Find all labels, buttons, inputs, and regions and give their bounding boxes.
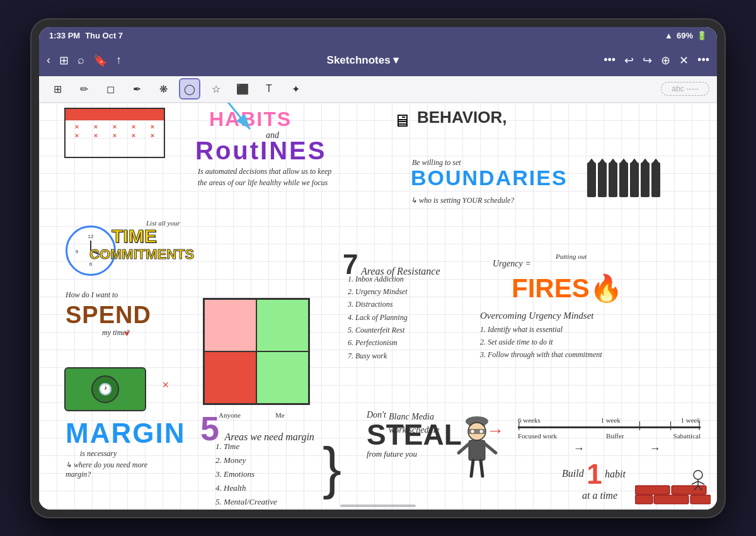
- overcoming-item-1: 1. Identify what is essential: [480, 323, 602, 336]
- svg-line-18: [481, 460, 483, 476]
- timeline-area: 6 weeks 1 week 1 week | | | | Focused wo…: [518, 416, 701, 455]
- status-left: 1:33 PM Thu Oct 7: [49, 31, 123, 40]
- svg-rect-14: [469, 440, 485, 460]
- svg-line-1: [215, 103, 250, 129]
- grid-view-button[interactable]: ⊞: [59, 54, 69, 67]
- area-item-1: 1. Inbox Addiction: [348, 273, 408, 285]
- auto-label: abc -----: [661, 82, 709, 96]
- buffer-arrow: →: [639, 442, 670, 455]
- money-circle: 🕐: [91, 375, 119, 403]
- content-area: ××××× ××××× HABITS and RoutINES Is autom…: [39, 103, 717, 510]
- marker-tool-button[interactable]: ✒: [126, 78, 147, 100]
- fence-illustration: [587, 163, 660, 197]
- matrix-grid: [203, 298, 310, 405]
- margin-item-4: 4. Health: [215, 481, 277, 495]
- share-button[interactable]: ↑: [116, 54, 122, 67]
- timeline-label-2: 1 week: [600, 416, 620, 424]
- habit-rest-text: habit: [605, 469, 626, 479]
- dropdown-chevron[interactable]: ▾: [393, 54, 399, 67]
- add-page-button[interactable]: ⊕: [661, 54, 670, 67]
- overcoming-item-3: 3. Follow through with that commitment: [480, 348, 602, 361]
- svg-point-12: [471, 430, 474, 433]
- calendar-widget: ××××× ×××××: [64, 108, 165, 158]
- area-item-2: 2. Urgency Mindset: [348, 285, 408, 298]
- color-tool-button[interactable]: ❋: [152, 78, 174, 100]
- spend-title: SPEND: [66, 302, 151, 329]
- timeline-arrows: → →: [518, 442, 701, 455]
- at-a-time-text: at a time: [582, 490, 626, 501]
- nav-left: ‹ ⊞ ⌕ 🔖 ↑: [47, 54, 122, 67]
- commitments-title: COMMITMENTS: [89, 246, 194, 263]
- search-button[interactable]: ⌕: [77, 54, 84, 67]
- area-item-6: 6. Perfectionism: [348, 336, 408, 349]
- svg-rect-22: [654, 495, 689, 504]
- overcoming-list: 1. Identify what is essential 2. Set asi…: [480, 323, 602, 362]
- close-button[interactable]: ✕: [679, 54, 689, 67]
- focused-arrow: →: [518, 442, 639, 455]
- margin-item-5: 5. Mental/Creative: [215, 495, 277, 509]
- status-bar: 1:33 PM Thu Oct 7 ▲ 69% 🔋: [39, 27, 717, 45]
- svg-rect-11: [468, 429, 486, 434]
- area-item-3: 3. Distractions: [348, 298, 408, 311]
- svg-line-27: [698, 481, 704, 484]
- overcoming-title: Overcoming Urgency Mindset: [480, 311, 594, 321]
- redo-button[interactable]: ↪: [643, 54, 652, 67]
- areas-list: 1. Inbox Addiction 2. Urgency Mindset 3.…: [348, 273, 408, 363]
- text-tool-button[interactable]: T: [258, 78, 280, 100]
- document-title: Sketchnotes: [327, 54, 391, 67]
- star-tool-button[interactable]: ☆: [205, 78, 227, 100]
- ipad-screen: 1:33 PM Thu Oct 7 ▲ 69% 🔋 ‹ ⊞ ⌕ 🔖 ↑ Sket…: [39, 27, 717, 510]
- nav-center: Sketchnotes ▾: [327, 54, 399, 67]
- urgency-text: Urgency =: [493, 259, 531, 269]
- routines-title: RoutINES: [195, 137, 326, 165]
- stylus-tool-button[interactable]: ✦: [285, 78, 306, 100]
- blanc-schedule-text: Blanc Media work schedule: [389, 410, 439, 436]
- back-button[interactable]: ‹: [47, 54, 50, 67]
- matrix-cell-br: [256, 351, 309, 404]
- how-do-text: How do I want to: [66, 290, 118, 300]
- svg-rect-21: [635, 495, 653, 504]
- bookmark-button[interactable]: 🔖: [93, 54, 107, 67]
- buffer-label: Buffer: [606, 432, 624, 440]
- svg-rect-20: [672, 486, 706, 494]
- svg-text:9: 9: [76, 249, 79, 254]
- time-display: 1:33 PM: [49, 31, 80, 40]
- date-display: Thu Oct 7: [85, 31, 123, 40]
- matrix-cell-tl: [204, 299, 256, 351]
- density-icon: 🖥: [393, 110, 411, 131]
- fires-title: FIRES🔥: [512, 273, 622, 304]
- photo-tool-button[interactable]: ⬛: [232, 78, 253, 100]
- svg-line-16: [485, 444, 496, 453]
- who-setting-text: ↳ who is setting YOUR schedule?: [411, 196, 514, 205]
- margin-subtitle: is necessary: [80, 449, 117, 459]
- home-indicator: [340, 505, 416, 507]
- brace-symbol: }: [323, 440, 341, 496]
- money-illustration: 🕐: [64, 367, 146, 411]
- nav-bar: ‹ ⊞ ⌕ 🔖 ↑ Sketchnotes ▾ ••• ↩ ↪ ⊕ ✕ •••: [39, 45, 717, 76]
- area-item-4: 4. Lack of Planning: [348, 311, 408, 324]
- pencil-tool-button[interactable]: ✏: [73, 78, 94, 100]
- status-right: ▲ 69% 🔋: [665, 31, 707, 40]
- margin-title: MARGIN: [66, 418, 185, 449]
- timeline-label-3: 1 week: [681, 416, 701, 424]
- behavior-title: BEHAVIOR,: [417, 108, 507, 127]
- svg-line-15: [459, 444, 469, 453]
- build-text: Build: [562, 468, 584, 479]
- area-item-5: 5. Counterfeit Rest: [348, 324, 408, 336]
- putting-out-text: Putting out: [556, 253, 587, 260]
- eraser-tool-button[interactable]: ◻: [100, 78, 121, 100]
- svg-line-17: [471, 460, 473, 476]
- where-margin-text: ↳ where do you need more margin?: [66, 460, 166, 479]
- five-list: 1. Time 2. Money 3. Emotions 4. Health 5…: [215, 440, 277, 509]
- lasso-tool-button[interactable]: ◯: [179, 78, 200, 100]
- image-tool-button[interactable]: ⊞: [47, 78, 68, 100]
- blue-arrow-annotation: [203, 103, 278, 134]
- routines-description: Is automated decisions that allow us to …: [198, 166, 336, 188]
- ipad-frame: 1:33 PM Thu Oct 7 ▲ 69% 🔋 ‹ ⊞ ⌕ 🔖 ↑ Sket…: [32, 20, 724, 517]
- overflow-menu-button[interactable]: •••: [697, 54, 709, 67]
- margin-item-1: 1. Time: [215, 440, 277, 453]
- margin-item-2: 2. Money: [215, 453, 277, 467]
- undo-button[interactable]: ↩: [624, 54, 634, 67]
- battery-display: 69%: [677, 31, 693, 40]
- build-habit-section: Build 1 habit at a time: [562, 459, 626, 501]
